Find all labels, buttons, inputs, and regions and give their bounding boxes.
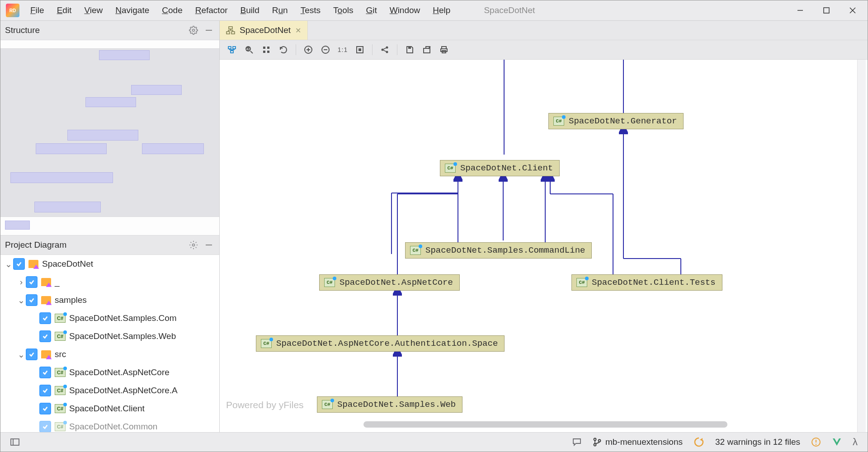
tree-row[interactable]: C# SpaceDotNet.Client: [0, 400, 219, 418]
vue-icon[interactable]: [826, 438, 847, 447]
tree-row[interactable]: C# SpaceDotNet.AspNetCore: [0, 363, 219, 381]
tree-row-src[interactable]: ⌄ src: [0, 345, 219, 363]
diagram-canvas[interactable]: C# SpaceDotNet.Generator C# SpaceDotNet.…: [220, 60, 868, 432]
lambda-icon[interactable]: λ: [847, 436, 863, 448]
git-branch[interactable]: mb-menuextensions: [587, 437, 688, 447]
problems-summary[interactable]: 32 warnings in 12 files: [710, 437, 806, 447]
menu-navigate[interactable]: Navigate: [109, 4, 156, 17]
close-icon[interactable]: ✕: [295, 26, 301, 35]
diagram-node-sampweb[interactable]: C# SpaceDotNet.Samples.Web: [317, 396, 462, 413]
maximize-button[interactable]: [813, 0, 840, 20]
tree-row[interactable]: › _: [0, 273, 219, 291]
svg-rect-10: [231, 32, 235, 34]
structure-thumbnail[interactable]: [0, 40, 219, 217]
menu-view[interactable]: View: [78, 4, 109, 17]
menu-window[interactable]: Window: [383, 4, 427, 17]
diagram-node-client[interactable]: C# SpaceDotNet.Client: [440, 160, 560, 176]
share-icon[interactable]: [377, 42, 392, 57]
diagram-node-auth[interactable]: C# SpaceDotNet.AspNetCore.Authentication…: [256, 335, 505, 352]
tree-label: SpaceDotNet: [42, 259, 93, 269]
svg-rect-11: [228, 47, 231, 49]
svg-point-6: [193, 244, 195, 246]
diagram-node-generator[interactable]: C# SpaceDotNet.Generator: [548, 113, 684, 129]
export-icon[interactable]: [419, 42, 434, 57]
horizontal-scrollbar[interactable]: [363, 421, 727, 428]
tree-row[interactable]: C# SpaceDotNet.Common: [0, 418, 219, 432]
checkbox[interactable]: [39, 385, 51, 396]
status-chat-icon[interactable]: [566, 437, 587, 447]
tree-label: SpaceDotNet.AspNetCore.A: [69, 386, 178, 396]
diagram-node-cmdline[interactable]: C# SpaceDotNet.Samples.CommandLine: [405, 242, 592, 259]
warning-badge-icon[interactable]: [806, 437, 826, 447]
collapse-icon[interactable]: [203, 24, 215, 36]
menu-tests[interactable]: Tests: [294, 4, 327, 17]
checkbox[interactable]: [13, 258, 25, 270]
sync-settings-icon[interactable]: [688, 437, 710, 447]
checkbox[interactable]: [39, 330, 51, 342]
checkbox[interactable]: [26, 348, 38, 360]
svg-point-4: [193, 29, 195, 32]
menu-git[interactable]: Git: [359, 4, 383, 17]
menu-file[interactable]: File: [24, 4, 51, 17]
magnifier-icon[interactable]: 42: [241, 42, 257, 57]
diagram-node-clienttests[interactable]: C# SpaceDotNet.Client.Tests: [571, 274, 722, 291]
csproj-icon: C#: [261, 339, 272, 348]
tab-spacedotnet[interactable]: SpaceDotNet ✕: [220, 21, 308, 40]
menu-tools[interactable]: Tools: [327, 4, 359, 17]
tree-row[interactable]: C# SpaceDotNet.Samples.Com: [0, 309, 219, 327]
menu-code[interactable]: Code: [156, 4, 189, 17]
tree-row[interactable]: C# SpaceDotNet.Samples.Web: [0, 327, 219, 345]
collapse-icon[interactable]: [203, 239, 215, 251]
zoom-11-icon[interactable]: 1:1: [335, 42, 350, 57]
diagram-node-aspnetcore[interactable]: C# SpaceDotNet.AspNetCore: [319, 274, 460, 291]
svg-rect-9: [226, 32, 230, 34]
menu-build[interactable]: Build: [234, 4, 266, 17]
chevron-down-icon[interactable]: ⌄: [17, 295, 26, 306]
tree-row[interactable]: C# SpaceDotNet.AspNetCore.A: [0, 381, 219, 400]
chevron-down-icon[interactable]: ⌄: [4, 259, 13, 269]
grid-icon[interactable]: [259, 42, 274, 57]
print-icon[interactable]: [436, 42, 452, 57]
project-diagram-tree[interactable]: ⌄ SpaceDotNet › _ ⌄ sample: [0, 255, 219, 432]
checkbox[interactable]: [26, 276, 38, 288]
gear-icon[interactable]: [188, 239, 199, 251]
save-icon[interactable]: [402, 42, 417, 57]
menu-refactor[interactable]: Refactor: [189, 4, 234, 17]
tree-label: _: [55, 277, 60, 287]
close-button[interactable]: [840, 0, 866, 20]
chevron-right-icon[interactable]: ›: [17, 277, 26, 287]
gear-icon[interactable]: [188, 24, 199, 36]
fit-icon[interactable]: [352, 42, 368, 57]
layout-icon[interactable]: [224, 42, 240, 57]
editor-area: SpaceDotNet ✕ 42 1:1: [220, 21, 868, 432]
minimize-button[interactable]: [787, 0, 813, 20]
tree-label: src: [55, 349, 66, 359]
checkbox[interactable]: [26, 294, 38, 306]
svg-rect-13: [231, 51, 233, 53]
svg-rect-27: [359, 48, 361, 51]
zoom-out-icon[interactable]: [318, 42, 333, 57]
chevron-down-icon[interactable]: ⌄: [17, 349, 26, 360]
tree-row-root[interactable]: ⌄ SpaceDotNet: [0, 255, 219, 273]
svg-rect-34: [424, 48, 430, 53]
menu-run[interactable]: Run: [266, 4, 294, 17]
csproj-icon: C#: [576, 278, 587, 287]
tree-label: SpaceDotNet.Common: [69, 422, 157, 432]
checkbox[interactable]: [39, 312, 51, 324]
node-label: SpaceDotNet.Samples.CommandLine: [425, 245, 585, 255]
vertical-scrollbar[interactable]: [857, 60, 866, 432]
tree-label: samples: [55, 295, 87, 305]
refresh-icon[interactable]: [276, 42, 291, 57]
checkbox[interactable]: [39, 367, 51, 378]
diagram-toolbar: 42 1:1: [220, 40, 868, 60]
csproj-icon: C#: [324, 278, 335, 287]
node-label: SpaceDotNet.Generator: [569, 116, 677, 126]
project-diagram-panel-header: Project Diagram: [0, 235, 219, 255]
menu-edit[interactable]: Edit: [51, 4, 78, 17]
statusbar-left-icon[interactable]: [5, 438, 25, 446]
checkbox[interactable]: [39, 403, 51, 414]
tree-row-samples[interactable]: ⌄ samples: [0, 291, 219, 309]
checkbox[interactable]: [39, 421, 51, 432]
menu-help[interactable]: Help: [426, 4, 457, 17]
zoom-in-icon[interactable]: [301, 42, 316, 57]
